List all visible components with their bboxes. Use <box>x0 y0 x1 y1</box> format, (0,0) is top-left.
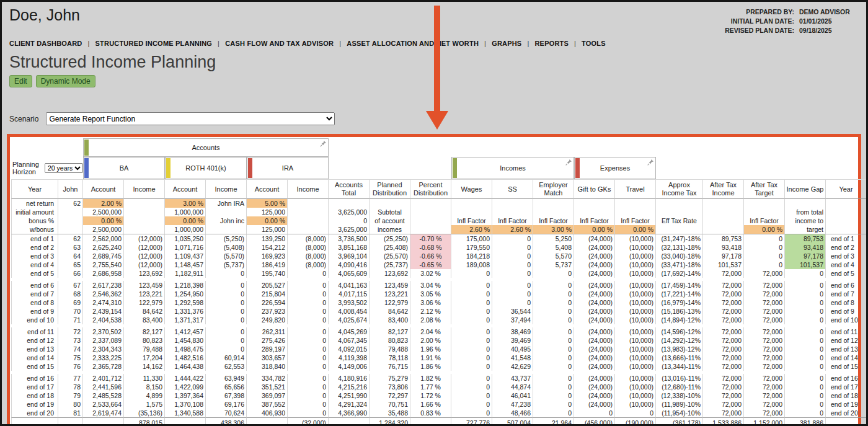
value-cell: 62,553 <box>206 362 247 371</box>
value-cell: (16,979)-14% <box>656 298 703 307</box>
value-cell: 0 <box>288 327 329 336</box>
value-cell: 275,426 <box>247 336 288 345</box>
value-cell <box>58 216 83 225</box>
value-cell: 4,251,990 <box>329 391 370 400</box>
pin-icon[interactable] <box>565 159 572 166</box>
edit-button[interactable]: Edit <box>9 75 32 87</box>
nav-separator: | <box>484 40 486 47</box>
value-cell: (10,000) <box>615 298 656 307</box>
value-cell[interactable]: 0.00 % <box>165 216 206 225</box>
value-cell: 67 <box>58 281 83 290</box>
pin-icon[interactable] <box>320 140 327 147</box>
value-cell: 0 <box>533 400 574 409</box>
value-cell: 72,000 <box>703 298 744 307</box>
value-cell: 2,333,225 <box>83 353 124 362</box>
value-cell: 72,000 <box>703 290 744 298</box>
row-label-cell: end of 4 <box>11 260 58 269</box>
value-cell: 4,291,324 <box>329 400 370 409</box>
value-cell: 0 <box>288 383 329 391</box>
nav-item-cash-flow-and-tax-advisor[interactable]: CASH FLOW AND TAX ADVISOR <box>225 40 334 47</box>
value-cell[interactable]: 3.00 % <box>533 225 574 234</box>
value-cell: (14,596)-12% <box>656 327 703 336</box>
row-label-cell <box>11 417 58 426</box>
value-cell <box>703 225 744 234</box>
value-cell: 0 <box>492 269 533 278</box>
nav-separator: | <box>527 40 529 47</box>
value-cell[interactable]: 2.60 % <box>451 225 492 234</box>
value-cell: 73 <box>58 336 83 345</box>
value-cell[interactable]: 0.00 % <box>744 225 785 234</box>
value-cell: 0 <box>533 362 574 371</box>
year-row: end of 6672,617,238123,4591,218,3980205,… <box>11 281 867 290</box>
value-cell: (10,000) <box>615 316 656 324</box>
value-cell: 72 <box>58 327 83 336</box>
value-cell: Infl Factor <box>574 216 615 225</box>
value-cell: 303,657 <box>247 353 288 362</box>
value-cell[interactable]: 5.00 % <box>247 199 288 208</box>
initial-plan-date-label: INITIAL PLAN DATE: <box>725 17 794 25</box>
nav-item-reports[interactable]: REPORTS <box>534 40 569 47</box>
planning-table: Accounts Planning Horizon 20 years BA <box>11 138 867 426</box>
value-cell: 46,041 <box>492 391 533 400</box>
value-cell: (24,000) <box>574 400 615 409</box>
value-cell: 0 <box>533 391 574 400</box>
value-cell: (24,000) <box>574 353 615 362</box>
value-cell: 1.86 % <box>410 362 451 371</box>
value-cell: 0 <box>451 298 492 307</box>
roth-color-chip <box>166 158 170 178</box>
value-cell: (24,000) <box>574 345 615 353</box>
row-label-cell: end of 9 <box>11 307 58 316</box>
column-header: Account <box>165 179 206 199</box>
value-cell: (24,000) <box>574 307 615 316</box>
value-cell[interactable]: 3.00 % <box>165 199 206 208</box>
scenario-select[interactable]: Generate Report Function <box>46 112 335 125</box>
value-cell <box>703 199 744 208</box>
column-header: After Tax Income <box>703 179 744 199</box>
value-cell: 72,000 <box>744 290 785 298</box>
setup-row: bonus %0.00 %0.00 %John inc0.00 %0of acc… <box>11 216 867 225</box>
nav-item-graphs[interactable]: GRAPHS <box>492 40 521 47</box>
value-cell: 2,485,528 <box>83 391 124 400</box>
value-cell: 3,736,500 <box>329 234 370 243</box>
header-spacer <box>11 138 83 157</box>
value-cell: 71 <box>58 316 83 324</box>
value-cell: (25,250) <box>370 234 410 243</box>
nav-item-tools[interactable]: TOOLS <box>582 40 606 47</box>
nav-item-asset-allocation-and-net-worth[interactable]: ASSET ALLOCATION AND NET WORTH <box>347 40 479 47</box>
value-cell: 0 <box>533 345 574 353</box>
value-cell: 3.04 % <box>410 281 451 290</box>
value-cell <box>206 225 247 234</box>
value-cell: 0 <box>451 374 492 383</box>
value-cell: 72,000 <box>703 362 744 371</box>
row-label-cell: bonus % <box>11 216 58 225</box>
year-row: end of 15762,365,72814,1621,464,43862,55… <box>11 362 867 371</box>
value-cell: (10,000) <box>615 336 656 345</box>
dynamic-mode-button[interactable]: Dynamic Mode <box>36 75 95 87</box>
value-cell: 0 <box>533 336 574 345</box>
value-cell: 64 <box>58 252 83 260</box>
value-cell: (8,000) <box>288 260 329 269</box>
value-cell: 122,979 <box>370 298 410 307</box>
value-cell: 727,776 <box>451 417 492 426</box>
value-cell[interactable]: 0.00 % <box>83 216 124 225</box>
value-cell: 65,656 <box>206 383 247 391</box>
nav-item-structured-income-planning[interactable]: STRUCTURED INCOME PLANNING <box>95 40 213 47</box>
planning-horizon-label: Planning Horizon <box>12 161 42 175</box>
value-cell: 0 <box>785 307 826 316</box>
value-cell <box>492 208 533 216</box>
value-cell: 0 <box>785 281 826 290</box>
value-cell[interactable]: 2.60 % <box>492 225 533 234</box>
value-cell <box>165 417 206 426</box>
value-cell[interactable]: 0.00 % <box>574 225 615 234</box>
value-cell: 0 <box>288 374 329 383</box>
planning-horizon-select[interactable]: 20 years <box>45 163 83 173</box>
pin-icon[interactable] <box>647 159 654 166</box>
value-cell[interactable]: 2.00 % <box>83 199 124 208</box>
value-cell: 72,000 <box>744 316 785 324</box>
value-cell: 72,000 <box>703 374 744 383</box>
nav-item-client-dashboard[interactable]: CLIENT DASHBOARD <box>9 40 82 47</box>
value-cell[interactable]: 0.00 % <box>247 216 288 225</box>
value-cell: 72,000 <box>744 409 785 417</box>
value-cell[interactable]: 0.00 % <box>615 225 656 234</box>
value-cell: 72,000 <box>703 383 744 391</box>
